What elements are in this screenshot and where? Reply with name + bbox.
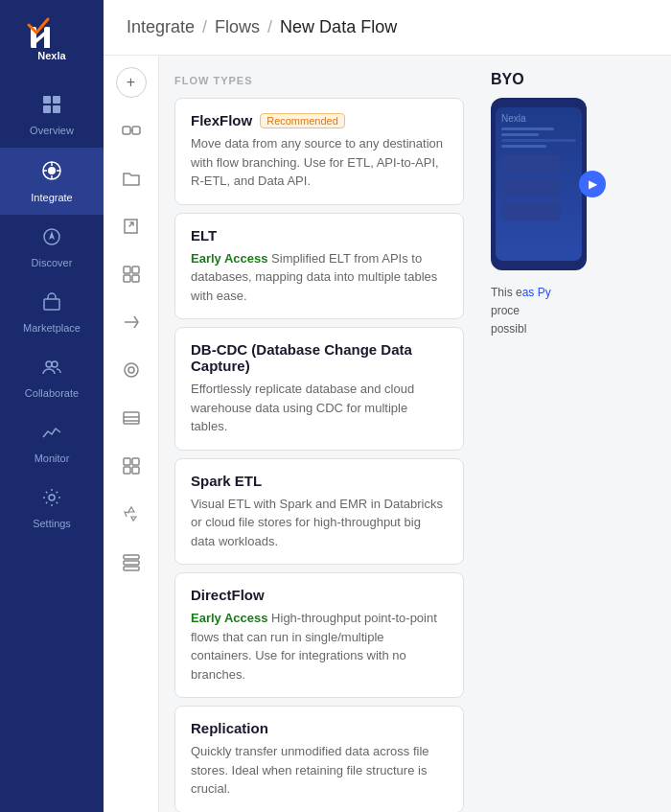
svg-rect-7 (53, 105, 60, 113)
db-cdc-desc: Effortlessly replicate database and clou… (191, 380, 448, 436)
sidebar-item-discover[interactable]: Discover (0, 215, 104, 280)
sidebar-item-settings[interactable]: Settings (0, 476, 104, 541)
svg-rect-35 (124, 467, 130, 474)
play-button[interactable]: ▶ (579, 171, 606, 197)
flexflow-card[interactable]: FlexFlow Recommended Move data from any … (174, 98, 464, 205)
folder-icon[interactable] (116, 163, 147, 194)
server-icon[interactable] (116, 546, 147, 577)
sidebar-item-integrate[interactable]: Integrate (0, 148, 104, 215)
sidebar-item-monitor[interactable]: Monitor (0, 410, 104, 476)
grid2-icon[interactable] (116, 451, 147, 481)
svg-text:Nexla: Nexla (37, 50, 66, 61)
svg-rect-36 (132, 467, 139, 474)
preview-description: This eas Pyprocepossibl (491, 284, 659, 339)
sidebar-item-marketplace[interactable]: Marketplace (0, 280, 104, 345)
marketplace-label: Marketplace (23, 322, 81, 334)
svg-rect-39 (124, 567, 139, 570)
breadcrumb-integrate[interactable]: Integrate (127, 17, 195, 37)
svg-rect-6 (43, 105, 51, 113)
replication-card[interactable]: Replication Quickly transfer unmodified … (174, 706, 464, 812)
elt-title: ELT (191, 227, 448, 244)
sidebar-item-overview[interactable]: Overview (0, 82, 104, 148)
elt-card[interactable]: ELT Early Access Simplified ELT from API… (174, 213, 464, 320)
db-cdc-card[interactable]: DB-CDC (Database Change Data Capture) Ef… (174, 327, 464, 451)
preview-mock: Nexla (491, 98, 587, 270)
preview-title: BYO (491, 71, 659, 88)
flexflow-title: FlexFlow Recommended (191, 112, 448, 128)
svg-rect-21 (132, 127, 140, 134)
header: Integrate / Flows / New Data Flow (104, 0, 671, 56)
preview-panel: BYO Nexla ▶ This eas (479, 56, 671, 812)
replication-desc: Quickly transfer unmodified data across … (191, 742, 448, 799)
directflow-early-badge: Early Access (191, 611, 267, 625)
svg-point-18 (52, 361, 58, 367)
login-icon[interactable] (116, 307, 147, 337)
elt-early-badge: Early Access (191, 251, 267, 266)
svg-rect-23 (124, 267, 130, 273)
logo: Nexla (23, 0, 81, 82)
sidebar: Nexla Overview Integrate Discover (0, 0, 104, 812)
db-cdc-title: DB-CDC (Database Change Data Capture) (191, 341, 448, 374)
grid-icon[interactable] (116, 259, 147, 290)
breadcrumb-current: New Data Flow (280, 17, 397, 37)
flow-types-panel: FLOW TYPES FlexFlow Recommended Move dat… (159, 56, 479, 812)
settings-label: Settings (33, 518, 71, 529)
svg-rect-4 (43, 96, 51, 104)
flow-types-label: FLOW TYPES (174, 75, 464, 86)
replication-title: Replication (191, 720, 448, 736)
flow-icon[interactable] (116, 115, 147, 146)
spark-etl-card[interactable]: Spark ETL Visual ETL with Spark and EMR … (174, 458, 464, 566)
collaborate-label: Collaborate (25, 387, 79, 399)
add-button[interactable]: + (116, 67, 147, 98)
svg-rect-37 (124, 555, 139, 559)
sidebar-item-collaborate[interactable]: Collaborate (0, 345, 104, 410)
recommended-badge: Recommended (260, 113, 345, 128)
collaborate-icon (41, 357, 62, 383)
directflow-desc: Early Access High-throughput point-to-po… (191, 609, 448, 684)
integrate-label: Integrate (31, 192, 72, 203)
discover-label: Discover (32, 257, 73, 268)
svg-point-9 (48, 167, 56, 174)
directflow-title: DirectFlow (191, 587, 448, 603)
svg-rect-38 (124, 561, 139, 565)
main-content: Integrate / Flows / New Data Flow + (104, 0, 671, 812)
target-icon[interactable] (116, 355, 147, 385)
svg-rect-20 (123, 127, 130, 134)
svg-point-17 (46, 361, 52, 367)
overview-label: Overview (30, 125, 74, 136)
mock-bar-1 (501, 128, 554, 130)
export-icon[interactable] (116, 211, 147, 242)
svg-rect-34 (132, 458, 139, 465)
discover-icon (41, 226, 62, 252)
flexflow-desc: Move data from any source to any destina… (191, 134, 448, 191)
tools-panel: + (104, 56, 159, 812)
spark-etl-title: Spark ETL (191, 473, 448, 489)
svg-point-29 (128, 367, 134, 373)
marketplace-icon (41, 291, 62, 317)
svg-rect-33 (124, 458, 130, 465)
mock-screen: Nexla (496, 107, 582, 261)
elt-desc: Early Access Simplified ELT from APIs to… (191, 249, 448, 306)
svg-point-19 (49, 495, 55, 500)
svg-marker-15 (49, 231, 55, 240)
breadcrumb-sep-1: / (202, 17, 207, 37)
spark-etl-desc: Visual ETL with Spark and EMR in Databri… (191, 495, 448, 551)
svg-point-28 (125, 363, 138, 377)
svg-rect-24 (132, 267, 139, 273)
recycle-icon[interactable] (116, 499, 147, 529)
svg-rect-16 (44, 299, 59, 310)
svg-rect-30 (124, 412, 139, 424)
settings-icon (41, 487, 62, 513)
table-icon[interactable] (116, 403, 147, 433)
svg-rect-25 (124, 275, 130, 282)
monitor-icon (41, 422, 62, 448)
mock-logo: Nexla (501, 113, 576, 124)
mock-bar-2 (501, 133, 539, 136)
breadcrumb-sep-2: / (267, 17, 272, 37)
svg-rect-5 (53, 96, 60, 104)
content-area: + (104, 56, 671, 812)
breadcrumb-flows[interactable]: Flows (215, 17, 260, 37)
svg-rect-26 (132, 275, 139, 282)
svg-rect-2 (44, 27, 50, 48)
directflow-card[interactable]: DirectFlow Early Access High-throughput … (174, 572, 464, 698)
